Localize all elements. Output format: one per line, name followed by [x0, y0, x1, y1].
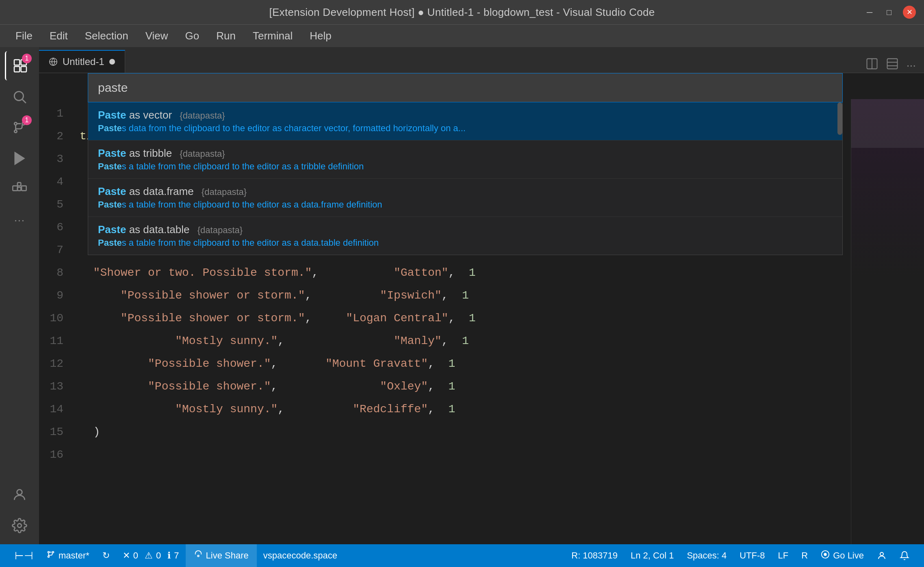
- suggestion-desc-1: Pastes a table from the clipboard to the…: [98, 161, 833, 172]
- window-title: [Extension Development Host] ● Untitled-…: [269, 6, 655, 19]
- tab-untitled-1[interactable]: Untitled-1: [39, 50, 125, 73]
- suggestion-source-1: {datapasta}: [180, 149, 225, 159]
- status-live-share[interactable]: Live Share: [186, 544, 257, 567]
- status-cursor[interactable]: R: 1083719: [565, 544, 624, 567]
- suggestion-desc-rest-2: s a table from the clipboard to the edit…: [122, 199, 382, 210]
- suggestion-highlight-0: Paste: [98, 109, 126, 121]
- menu-edit[interactable]: Edit: [42, 27, 75, 45]
- svg-rect-13: [22, 186, 26, 191]
- status-sync[interactable]: ↻: [96, 544, 116, 567]
- command-palette-input[interactable]: [88, 74, 842, 102]
- activity-extensions[interactable]: [5, 175, 34, 204]
- svg-point-23: [48, 556, 50, 558]
- code-line-15: ): [80, 421, 851, 444]
- code-line-9: "Possible shower or storm.", "Ipswich", …: [80, 284, 851, 307]
- status-encoding[interactable]: UTF-8: [733, 544, 771, 567]
- activity-search[interactable]: [5, 82, 34, 111]
- main-layout: 1 1: [0, 47, 924, 544]
- menu-view[interactable]: View: [138, 27, 176, 45]
- code-line-11: "Mostly sunny.", "Manly", 1: [80, 330, 851, 353]
- encoding-value: UTF-8: [740, 550, 765, 561]
- info-icon: ℹ: [167, 550, 171, 561]
- code-line-13: "Possible shower.", "Oxley", 1: [80, 375, 851, 398]
- suggestion-item-2[interactable]: Paste as data.frame {datapasta} Pastes a…: [88, 179, 842, 217]
- layout-icon[interactable]: [886, 58, 898, 73]
- close-button[interactable]: ✕: [903, 6, 916, 19]
- menu-run[interactable]: Run: [209, 27, 243, 45]
- info-count: 7: [174, 550, 179, 561]
- suggestion-title-3: Paste as data.table {datapasta}: [98, 223, 833, 236]
- code-line-14: "Mostly sunny.", "Redcliffe", 1: [80, 398, 851, 421]
- line-num-16: 16: [39, 444, 72, 466]
- activity-settings[interactable]: [5, 511, 34, 540]
- activity-source-control[interactable]: 1: [5, 113, 34, 142]
- code-line-12: "Possible shower.", "Mount Gravatt", 1: [80, 353, 851, 375]
- command-palette: Paste as vector {datapasta} Pastes data …: [39, 73, 924, 255]
- svg-rect-20: [887, 59, 897, 69]
- svg-point-14: [17, 489, 22, 495]
- activity-more[interactable]: ···: [5, 206, 34, 235]
- suggestion-item-1[interactable]: Paste as tribble {datapasta} Pastes a ta…: [88, 141, 842, 179]
- activity-account[interactable]: [5, 480, 34, 509]
- status-branch[interactable]: master*: [40, 544, 96, 567]
- svg-marker-9: [15, 153, 24, 164]
- window-controls: ─ □ ✕: [864, 6, 916, 19]
- line-ending-value: LF: [778, 550, 789, 561]
- position-value: Ln 2, Col 1: [631, 550, 674, 561]
- spaces-value: Spaces: 4: [687, 550, 727, 561]
- suggestion-item-0[interactable]: Paste as vector {datapasta} Pastes data …: [88, 102, 842, 141]
- line-num-14: 14: [39, 398, 72, 421]
- status-bell[interactable]: [893, 544, 916, 567]
- menu-selection[interactable]: Selection: [78, 27, 136, 45]
- suggestion-desc-2: Pastes a table from the clipboard to the…: [98, 199, 833, 210]
- activity-run[interactable]: [5, 144, 34, 173]
- menu-go[interactable]: Go: [178, 27, 207, 45]
- tab-actions: ···: [866, 58, 924, 73]
- menu-bar: File Edit Selection View Go Run Terminal…: [0, 24, 924, 47]
- suggestion-item-3[interactable]: Paste as data.table {datapasta} Pastes a…: [88, 217, 842, 255]
- suggestion-highlight-3: Paste: [98, 223, 126, 236]
- status-line-ending[interactable]: LF: [772, 544, 795, 567]
- split-editor-icon[interactable]: [866, 58, 878, 73]
- svg-point-24: [52, 552, 54, 553]
- svg-rect-0: [14, 60, 20, 65]
- svg-rect-3: [21, 67, 26, 72]
- menu-terminal[interactable]: Terminal: [245, 27, 300, 45]
- status-errors[interactable]: ✕ 0 ⚠ 0 ℹ 7: [116, 544, 186, 567]
- status-go-live[interactable]: Go Live: [814, 544, 870, 567]
- svg-rect-11: [17, 182, 21, 186]
- branch-name: master*: [59, 550, 89, 561]
- status-user[interactable]: [870, 544, 893, 567]
- activity-explorer[interactable]: 1: [5, 51, 34, 80]
- cursor-value: R: 1083719: [571, 550, 618, 561]
- status-position[interactable]: Ln 2, Col 1: [624, 544, 680, 567]
- suggestion-highlight-1: Paste: [98, 147, 126, 159]
- suggestion-desc-3: Pastes a table from the clipboard to the…: [98, 238, 833, 248]
- more-actions-icon[interactable]: ···: [907, 59, 916, 72]
- suggestion-title-2: Paste as data.frame {datapasta}: [98, 185, 833, 198]
- svg-line-5: [22, 100, 26, 103]
- svg-point-29: [880, 552, 883, 556]
- suggestion-source-3: {datapasta}: [197, 225, 243, 235]
- activity-bottom: [5, 480, 34, 544]
- line-num-8: 8: [39, 262, 72, 284]
- line-num-15: 15: [39, 421, 72, 444]
- svg-point-28: [824, 553, 826, 556]
- suggestion-desc-rest-3: s a table from the clipboard to the edit…: [122, 238, 379, 248]
- status-vspace[interactable]: vspacecode.space: [257, 544, 344, 567]
- minimize-button[interactable]: ─: [864, 6, 875, 18]
- warning-count: 0: [156, 550, 161, 561]
- maximize-button[interactable]: □: [883, 6, 895, 18]
- tab-label: Untitled-1: [63, 56, 104, 67]
- status-spaces[interactable]: Spaces: 4: [680, 544, 733, 567]
- line-num-10: 10: [39, 307, 72, 330]
- suggestion-rest-1: as tribble: [129, 147, 172, 159]
- status-remote[interactable]: ⊢⊣: [8, 544, 40, 567]
- warning-icon: ⚠: [145, 550, 153, 561]
- menu-file[interactable]: File: [8, 27, 40, 45]
- line-num-12: 12: [39, 353, 72, 375]
- menu-help[interactable]: Help: [302, 27, 338, 45]
- suggestion-desc-0: Pastes data from the clipboard to the ed…: [98, 123, 833, 134]
- activity-bar: 1 1: [0, 47, 39, 544]
- status-language[interactable]: R: [795, 544, 814, 567]
